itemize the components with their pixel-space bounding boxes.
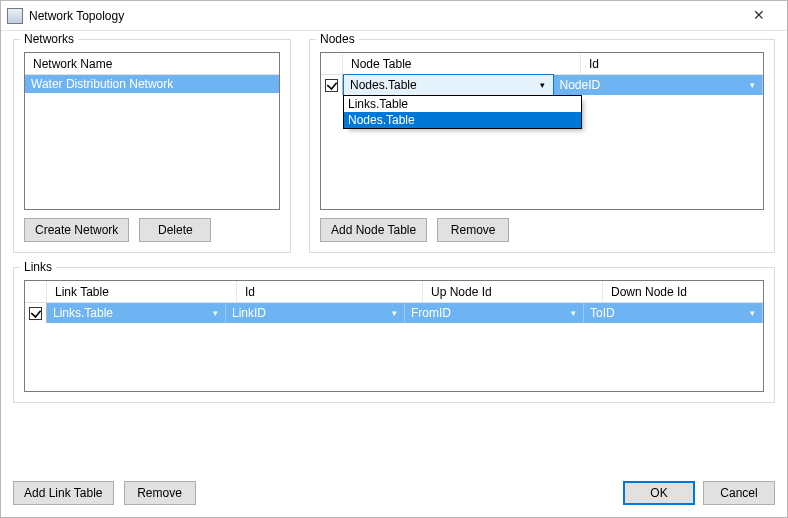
links-row-down-combo[interactable]: ToID ▾ [584,303,763,323]
links-row-up-value: FromID [411,306,567,320]
dropdown-option[interactable]: Links.Table [344,96,581,112]
create-network-button[interactable]: Create Network [24,218,129,242]
links-header-table[interactable]: Link Table [47,281,237,303]
links-row[interactable]: Links.Table ▾ LinkID ▾ FromID ▾ ToID [25,303,763,323]
nodes-row-id-combo[interactable]: NodeID ▾ [554,75,764,95]
nodes-header-table[interactable]: Node Table [343,53,581,75]
content-area: Networks Network Name Water Distribution… [1,31,787,475]
nodes-header-id[interactable]: Id [581,53,763,75]
nodes-table: Node Table Id Nodes.Table ▾ [320,52,764,210]
remove-link-table-button[interactable]: Remove [124,481,196,505]
nodes-row-table-value: Nodes.Table [350,78,537,92]
links-header-up[interactable]: Up Node Id [423,281,603,303]
delete-network-button[interactable]: Delete [139,218,211,242]
nodes-group: Nodes Node Table Id Nodes.Tab [309,39,775,253]
add-link-table-button[interactable]: Add Link Table [13,481,114,505]
cancel-button[interactable]: Cancel [703,481,775,505]
bottom-bar: Add Link Table Remove OK Cancel [1,475,787,517]
chevron-down-icon: ▾ [388,308,400,318]
links-header-check [25,281,47,303]
dialog-window: Network Topology ✕ Networks Network Name… [0,0,788,518]
links-row-table-value: Links.Table [53,306,209,320]
links-row-up-combo[interactable]: FromID ▾ [405,303,584,323]
links-row-id-combo[interactable]: LinkID ▾ [226,303,405,323]
networks-list-item[interactable]: Water Distribution Network [25,75,279,93]
chevron-down-icon: ▾ [567,308,579,318]
links-row-checkbox[interactable] [29,307,42,320]
chevron-down-icon: ▾ [537,80,549,90]
nodes-row-checkbox[interactable] [325,79,338,92]
nodes-group-label: Nodes [316,32,359,46]
nodes-header-check [321,53,343,75]
app-icon [7,8,23,24]
chevron-down-icon: ▾ [746,80,758,90]
nodes-row-table-combo[interactable]: Nodes.Table ▾ [343,74,554,96]
links-row-check-cell[interactable] [25,303,47,323]
links-header-down[interactable]: Down Node Id [603,281,763,303]
add-node-table-button[interactable]: Add Node Table [320,218,427,242]
nodes-row-id-value: NodeID [560,78,747,92]
ok-button[interactable]: OK [623,481,695,505]
window-title: Network Topology [29,9,739,23]
networks-group: Networks Network Name Water Distribution… [13,39,291,253]
chevron-down-icon: ▾ [746,308,758,318]
links-table: Link Table Id Up Node Id Down Node Id Li… [24,280,764,392]
node-table-dropdown[interactable]: Links.Table Nodes.Table [343,95,582,129]
nodes-row-check-cell[interactable] [321,75,343,95]
links-header-id[interactable]: Id [237,281,423,303]
links-group: Links Link Table Id Up Node Id Down Node… [13,267,775,403]
close-icon[interactable]: ✕ [739,2,779,30]
networks-header-name[interactable]: Network Name [25,53,279,75]
links-group-label: Links [20,260,56,274]
links-row-id-value: LinkID [232,306,388,320]
dropdown-option-selected[interactable]: Nodes.Table [344,112,581,128]
nodes-row[interactable]: Nodes.Table ▾ NodeID ▾ [321,75,763,95]
remove-node-table-button[interactable]: Remove [437,218,509,242]
chevron-down-icon: ▾ [209,308,221,318]
links-row-table-combo[interactable]: Links.Table ▾ [47,303,226,323]
links-row-down-value: ToID [590,306,746,320]
networks-list[interactable]: Network Name Water Distribution Network [24,52,280,210]
titlebar: Network Topology ✕ [1,1,787,31]
networks-group-label: Networks [20,32,78,46]
